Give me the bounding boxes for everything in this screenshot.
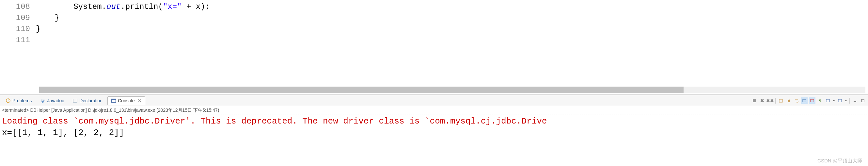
line-number: 111 — [0, 35, 30, 46]
console-output[interactable]: Loading class `com.mysql.jdbc.Driver'. T… — [0, 114, 868, 166]
show-console-on-out-icon[interactable] — [801, 98, 808, 104]
svg-text:!: ! — [8, 99, 9, 103]
tab-label: Console — [118, 98, 134, 103]
console-status-line: <terminated> DBHelper [Java Application]… — [0, 106, 868, 114]
declaration-icon — [72, 98, 78, 103]
separator — [775, 98, 776, 104]
show-console-on-err-icon[interactable] — [809, 98, 815, 104]
code-line[interactable]: } — [36, 12, 868, 24]
tab-javadoc[interactable]: @ Javadoc — [37, 96, 68, 105]
console-icon — [111, 98, 116, 103]
code-line[interactable]: } — [36, 24, 868, 35]
tab-declaration[interactable]: Declaration — [69, 96, 106, 105]
tab-problems[interactable]: ! Problems — [2, 96, 35, 105]
word-wrap-icon[interactable] — [793, 98, 800, 104]
svg-text:@: @ — [41, 99, 45, 103]
terminate-icon[interactable] — [751, 98, 758, 104]
watermark-text: CSDN @平顶山大师 — [817, 158, 862, 164]
tab-label: Declaration — [79, 98, 102, 103]
javadoc-icon: @ — [40, 98, 45, 103]
svg-text:+: + — [839, 99, 841, 102]
bottom-views-pane: ! Problems @ Javadoc Declaration Console… — [0, 95, 868, 166]
remove-launch-icon[interactable]: ✖ — [759, 98, 766, 104]
code-line[interactable]: System.out.println("x=" + x); — [36, 1, 868, 12]
svg-rect-17 — [854, 101, 856, 102]
separator — [849, 98, 850, 104]
line-number: 109 — [0, 12, 30, 24]
scrollbar-thumb[interactable] — [39, 87, 684, 93]
code-area[interactable]: 108109110111 System.out.println("x=" + x… — [0, 0, 868, 86]
pin-console-icon[interactable] — [817, 98, 823, 104]
svg-rect-14 — [826, 99, 830, 102]
display-selected-console-icon[interactable] — [825, 98, 831, 104]
svg-rect-12 — [803, 99, 806, 102]
horizontal-scrollbar[interactable] — [39, 87, 865, 93]
views-tab-bar: ! Problems @ Javadoc Declaration Console… — [0, 95, 868, 106]
console-toolbar: ✖ ✖✖ ▼ + ▼ — [751, 98, 866, 104]
close-tab-icon[interactable]: ✕ — [138, 98, 142, 103]
code-line[interactable] — [36, 35, 868, 46]
tab-console[interactable]: Console ✕ — [107, 96, 145, 105]
line-number: 108 — [0, 1, 30, 12]
tab-label: Javadoc — [47, 98, 64, 103]
line-number: 110 — [0, 24, 30, 35]
maximize-icon[interactable] — [860, 98, 866, 104]
console-stdout-line: x=[[1, 1, 1], [2, 2, 2]] — [2, 127, 866, 139]
console-stderr-line: Loading class `com.mysql.jdbc.Driver'. T… — [2, 116, 866, 127]
svg-rect-8 — [753, 99, 756, 102]
svg-rect-9 — [779, 99, 782, 102]
problems-icon: ! — [5, 98, 11, 103]
svg-rect-18 — [862, 99, 864, 102]
remove-all-terminated-icon[interactable]: ✖✖ — [767, 98, 773, 104]
code-lines[interactable]: System.out.println("x=" + x); }} — [36, 1, 868, 86]
open-console-icon[interactable]: + — [837, 98, 843, 104]
minimize-icon[interactable] — [852, 98, 858, 104]
svg-rect-3 — [73, 99, 77, 102]
clear-console-icon[interactable] — [778, 98, 784, 104]
svg-rect-7 — [112, 99, 116, 100]
svg-rect-13 — [810, 99, 814, 102]
svg-rect-11 — [788, 100, 789, 102]
dropdown-arrow-icon[interactable]: ▼ — [844, 99, 847, 102]
line-number-gutter: 108109110111 — [0, 1, 36, 86]
code-editor-pane: 108109110111 System.out.println("x=" + x… — [0, 0, 868, 95]
dropdown-arrow-icon[interactable]: ▼ — [832, 99, 835, 102]
tab-label: Problems — [12, 98, 32, 103]
scroll-lock-icon[interactable] — [785, 98, 792, 104]
